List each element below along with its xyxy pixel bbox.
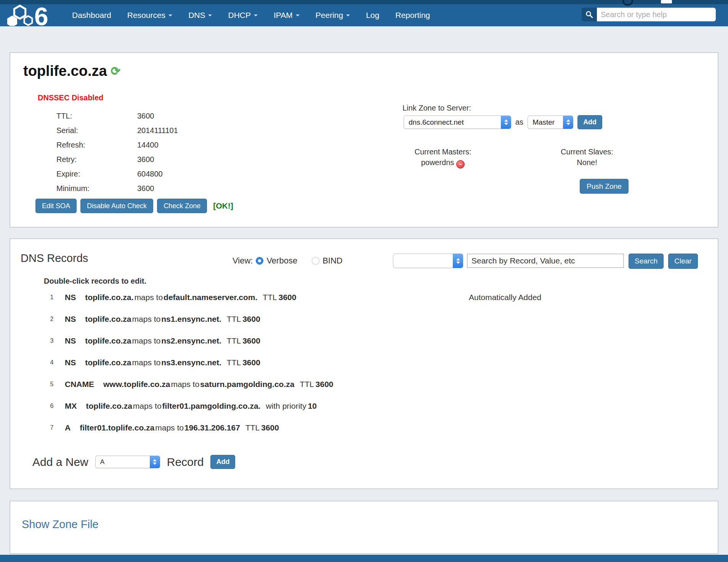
record-value: ns3.ensync.net.: [161, 358, 221, 367]
dns-record-row[interactable]: 6MXtoplife.co.zamaps tofilter01.pamgoldi…: [10, 395, 718, 417]
soa-value: 3600: [137, 155, 154, 164]
record-connector: maps to: [132, 358, 161, 367]
dns-record-row[interactable]: 4NStoplife.co.zamaps tons3.ensync.net.TT…: [10, 352, 718, 373]
show-zone-file-link[interactable]: Show Zone File: [22, 518, 99, 531]
current-slaves-value: None!: [539, 157, 635, 168]
nav-item-peering[interactable]: Peering: [316, 11, 350, 20]
nav-item-reporting[interactable]: Reporting: [395, 11, 430, 20]
record-value: default.nameserver.com.: [164, 293, 257, 302]
add-new-label: Add a New: [32, 456, 88, 469]
nav-label: Peering: [316, 11, 343, 20]
record-host: www.toplife.co.za: [103, 380, 170, 389]
soa-value: 14400: [137, 141, 159, 149]
view-toggle: View: Verbose BIND: [233, 255, 343, 267]
soa-row-retry: Retry:3600: [56, 152, 178, 167]
records-search-actions: Search Clear: [629, 254, 698, 269]
record-host: toplife.co.za: [85, 336, 131, 345]
select-stepper-icon: [501, 116, 511, 129]
server-select[interactable]: dns.6connect.net: [404, 116, 511, 129]
record-type: NS: [65, 315, 76, 324]
soa-value: 604800: [137, 170, 163, 178]
chevron-down-icon: [346, 14, 350, 16]
search-icon[interactable]: [582, 8, 597, 21]
clear-button[interactable]: Clear: [668, 254, 698, 269]
record-host: toplife.co.za: [86, 401, 132, 411]
remove-master-icon[interactable]: −: [456, 160, 465, 169]
refresh-icon[interactable]: ⟳: [111, 64, 120, 77]
dns-record-row[interactable]: 3NStoplife.co.zamaps tons2.ensync.net.TT…: [10, 330, 718, 352]
zone-file-panel: Show Zone File: [10, 501, 718, 554]
check-zone-button[interactable]: Check Zone: [157, 199, 207, 213]
record-type-filter[interactable]: [393, 254, 463, 268]
top-navbar: 6 Dashboard Resources DNS DHCP IPAM Peer…: [0, 0, 728, 26]
record-ttl-label: TTL: [300, 380, 314, 389]
records-search-input[interactable]: [467, 254, 624, 268]
browser-artifact-circle: [622, 0, 633, 6]
dns-record-row[interactable]: 7Afilter01.toplife.co.zamaps to196.31.20…: [10, 417, 718, 438]
nav-label: Log: [366, 11, 379, 20]
add-record-type-select[interactable]: A: [95, 456, 160, 468]
zone-name: toplife.co.za: [23, 63, 107, 79]
nav-label: DNS: [188, 11, 205, 20]
record-number: 6: [47, 403, 57, 409]
disable-auto-check-button[interactable]: Disable Auto Check: [80, 199, 153, 213]
current-slaves: Current Slaves: None!: [539, 146, 635, 168]
chevron-down-icon: [208, 14, 212, 16]
push-zone-button[interactable]: Push Zone: [580, 179, 629, 194]
dnssec-status: DNSSEC Disabled: [38, 93, 103, 102]
chevron-down-icon: [254, 14, 258, 16]
nav-item-dhcp[interactable]: DHCP: [228, 11, 258, 20]
soa-row-serial: Serial:2014111101: [56, 123, 178, 138]
record-ttl-value: 3600: [242, 358, 260, 367]
dns-record-row[interactable]: 5CNAMEwww.toplife.co.zamaps tosaturn.pam…: [10, 373, 718, 395]
record-value: filter01.pamgolding.co.za.: [162, 401, 261, 411]
records-list: 1NStoplife.co.za.maps todefault.nameserv…: [10, 286, 718, 438]
add-record-type-value: A: [100, 458, 104, 466]
soa-label: Minimum:: [56, 184, 137, 193]
record-value: ns2.ensync.net.: [161, 336, 221, 345]
server-select-value: dns.6connect.net: [409, 118, 464, 127]
top-stripe: [0, 0, 728, 4]
record-ttl-label: TTL: [227, 358, 241, 367]
browser-artifact-rect: [661, 0, 672, 3]
record-type: NS: [65, 358, 76, 367]
soa-actions: Edit SOA Disable Auto Check Check Zone […: [35, 199, 233, 213]
zone-title: toplife.co.za⟳: [23, 63, 120, 79]
nav-item-ipam[interactable]: IPAM: [274, 11, 300, 20]
record-priority-label: with priority: [266, 401, 306, 411]
record-ttl-value: 3600: [261, 423, 279, 432]
add-record-button[interactable]: Add: [210, 455, 235, 469]
nav-item-resources[interactable]: Resources: [127, 11, 172, 20]
nav-item-dns[interactable]: DNS: [188, 11, 212, 20]
dns-record-row[interactable]: 2NStoplife.co.zamaps tons1.ensync.net.TT…: [10, 308, 718, 330]
record-word-label: Record: [167, 456, 204, 469]
nav-item-dashboard[interactable]: Dashboard: [72, 11, 111, 20]
hexagon-logo-icon: 6: [3, 3, 66, 26]
record-ttl-label: TTL: [245, 423, 260, 432]
record-number: 5: [47, 381, 57, 388]
bind-radio[interactable]: [312, 257, 319, 265]
record-value: 196.31.206.167: [184, 423, 240, 432]
role-select[interactable]: Master: [528, 116, 573, 129]
select-stepper-icon: [563, 116, 573, 129]
current-slaves-label: Current Slaves:: [539, 146, 635, 157]
dns-record-row[interactable]: 1NStoplife.co.za.maps todefault.nameserv…: [10, 286, 718, 308]
nav-item-log[interactable]: Log: [366, 11, 379, 20]
search-button[interactable]: Search: [629, 254, 664, 269]
record-type: NS: [65, 293, 76, 302]
bind-label: BIND: [322, 256, 343, 266]
chevron-down-icon: [296, 14, 300, 16]
record-host: toplife.co.za: [85, 315, 131, 324]
link-add-button[interactable]: Add: [577, 115, 602, 129]
6connect-logo[interactable]: 6: [3, 3, 66, 26]
record-type: NS: [65, 336, 76, 345]
record-ttl-value: 3600: [242, 315, 260, 324]
record-value: saturn.pamgolding.co.za: [200, 380, 294, 389]
soa-row-ttl: TTL:3600: [56, 109, 178, 123]
verbose-radio[interactable]: [256, 257, 263, 265]
edit-soa-button[interactable]: Edit SOA: [35, 199, 77, 213]
record-ttl-value: 3600: [242, 336, 260, 345]
search-input[interactable]: [597, 8, 716, 21]
role-select-value: Master: [532, 118, 555, 127]
record-host: toplife.co.za.: [85, 293, 133, 302]
